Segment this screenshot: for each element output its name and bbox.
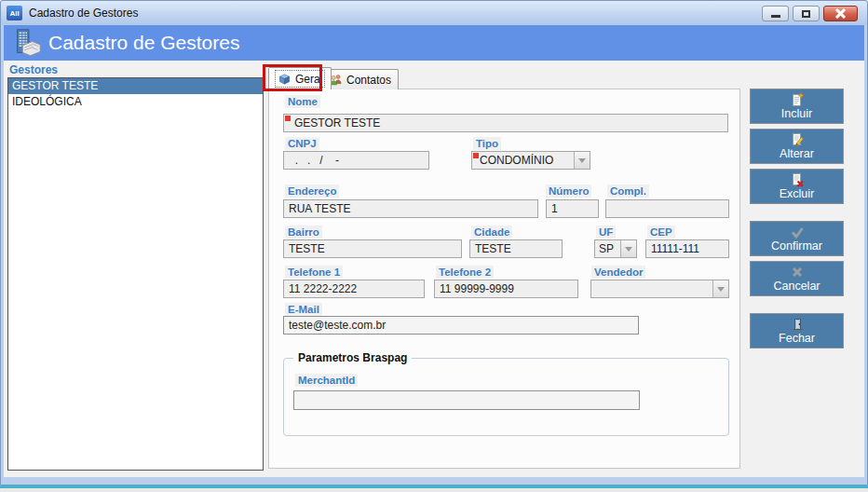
window-title: Cadastro de Gestores bbox=[29, 7, 138, 20]
cep-input[interactable] bbox=[645, 239, 729, 258]
minimize-button[interactable] bbox=[762, 6, 789, 21]
document-delete-icon bbox=[790, 172, 805, 187]
endereco-label: Endereço bbox=[285, 184, 339, 198]
tipo-value: CONDOMÍNIO bbox=[472, 154, 574, 167]
blue-cube-icon bbox=[278, 72, 292, 86]
window-controls bbox=[762, 6, 858, 21]
list-item[interactable]: IDEOLÓGICA bbox=[8, 94, 263, 110]
nome-input[interactable] bbox=[283, 114, 728, 132]
telefone2-input[interactable] bbox=[434, 280, 578, 298]
bairro-label: Bairro bbox=[285, 226, 322, 239]
braspag-groupbox: Parametros Braspag MerchantId bbox=[283, 358, 729, 436]
excluir-button[interactable]: Excluir bbox=[750, 169, 844, 204]
fechar-button[interactable]: Fechar bbox=[750, 313, 844, 348]
screenshot-stage: All Cadastro de Gestores Cadastro de Ges… bbox=[0, 0, 868, 492]
close-icon bbox=[835, 8, 846, 19]
list-item[interactable]: GESTOR TESTE bbox=[8, 78, 263, 94]
cidade-label: Cidade bbox=[471, 226, 512, 239]
close-button[interactable] bbox=[823, 6, 858, 21]
tab-contatos-label: Contatos bbox=[346, 74, 391, 87]
numero-input[interactable] bbox=[546, 199, 599, 218]
compl-input[interactable] bbox=[605, 199, 729, 218]
compl-label: Compl. bbox=[607, 184, 649, 198]
gestores-list-label: Gestores bbox=[9, 63, 58, 76]
app-logo-icon: All bbox=[7, 6, 22, 20]
x-mark-icon bbox=[790, 265, 805, 280]
required-marker bbox=[285, 116, 291, 121]
buildings-icon bbox=[11, 28, 43, 58]
vendedor-dropdown-button[interactable] bbox=[712, 280, 728, 297]
chevron-down-icon bbox=[717, 287, 725, 292]
restore-button[interactable] bbox=[793, 6, 820, 21]
door-icon bbox=[790, 317, 805, 332]
tipo-dropdown-button[interactable] bbox=[574, 152, 590, 169]
client-area: Gestores GESTOR TESTE IDEOLÓGICA Geral bbox=[4, 61, 864, 477]
confirmar-button[interactable]: Confirmar bbox=[750, 221, 844, 256]
required-marker bbox=[473, 153, 479, 158]
window-bottom-edge bbox=[0, 485, 868, 488]
telefone2-label: Telefone 2 bbox=[436, 266, 494, 279]
page-title: Cadastro de Gestores bbox=[48, 32, 239, 54]
alterar-button[interactable]: Alterar bbox=[750, 129, 844, 164]
uf-value: SP bbox=[595, 242, 620, 255]
uf-dropdown-button[interactable] bbox=[620, 240, 636, 257]
merchantid-input[interactable] bbox=[293, 390, 640, 410]
braspag-group-title: Parametros Braspag bbox=[293, 351, 412, 364]
cep-label: CEP bbox=[647, 226, 675, 239]
email-input[interactable] bbox=[283, 316, 639, 335]
incluir-button[interactable]: Incluir bbox=[750, 89, 844, 124]
cnpj-input[interactable] bbox=[283, 151, 429, 170]
telefone1-input[interactable] bbox=[283, 280, 425, 298]
bairro-input[interactable] bbox=[283, 239, 462, 258]
document-edit-icon bbox=[790, 132, 805, 147]
titlebar: All Cadastro de Gestores bbox=[1, 1, 867, 25]
endereco-input[interactable] bbox=[283, 199, 538, 218]
telefone1-label: Telefone 1 bbox=[285, 266, 343, 279]
cidade-input[interactable] bbox=[469, 239, 563, 258]
numero-label: Número bbox=[546, 184, 591, 198]
document-new-icon bbox=[790, 92, 805, 107]
nome-label: Nome bbox=[285, 95, 320, 108]
gestores-listbox[interactable]: GESTOR TESTE IDEOLÓGICA bbox=[7, 77, 264, 471]
tipo-label: Tipo bbox=[473, 137, 501, 150]
geral-tab-panel: Nome CNPJ Tipo CONDOMÍNIO Endereço Númer… bbox=[268, 89, 740, 469]
vendedor-dropdown[interactable] bbox=[590, 280, 729, 298]
tab-geral[interactable]: Geral bbox=[268, 67, 332, 89]
check-mark-icon bbox=[790, 225, 805, 239]
minimize-icon bbox=[771, 15, 780, 18]
tab-geral-label: Geral bbox=[295, 73, 322, 86]
tab-contatos[interactable]: Contatos bbox=[321, 69, 399, 89]
uf-label: UF bbox=[596, 226, 616, 239]
restore-icon bbox=[802, 10, 810, 18]
tab-geral-inner: Geral bbox=[276, 71, 324, 87]
cnpj-label: CNPJ bbox=[285, 137, 319, 150]
uf-dropdown[interactable]: SP bbox=[594, 239, 637, 258]
chevron-down-icon bbox=[578, 158, 586, 163]
merchantid-label: MerchantId bbox=[295, 374, 358, 387]
chevron-down-icon bbox=[625, 247, 632, 252]
vendedor-label: Vendedor bbox=[591, 266, 645, 279]
cancelar-button[interactable]: Cancelar bbox=[750, 261, 844, 296]
tipo-dropdown[interactable]: CONDOMÍNIO bbox=[471, 151, 590, 170]
page-header: Cadastro de Gestores bbox=[4, 25, 864, 61]
email-label: E-Mail bbox=[285, 303, 322, 316]
